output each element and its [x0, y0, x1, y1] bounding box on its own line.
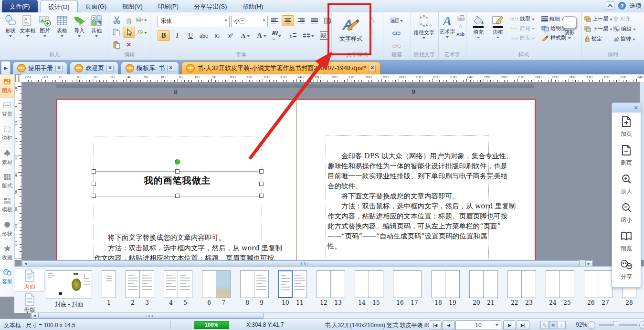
line-spacing-button[interactable]: ⇕ [286, 30, 299, 41]
replace-image-button[interactable] [135, 14, 148, 25]
arrow-head-button[interactable]: 箭头 [510, 34, 535, 41]
tab-close-icon[interactable]: × [369, 65, 376, 72]
thumbnail-page-2[interactable] [126, 270, 140, 298]
zoom-in-button[interactable]: + [639, 321, 644, 329]
thumbnail-cover[interactable] [46, 270, 92, 299]
thumbnail-page-13[interactable] [331, 270, 345, 298]
import-button[interactable]: 导入 [71, 12, 88, 37]
thumbnail-page-14[interactable] [355, 270, 369, 298]
thumbnail-page-4[interactable] [164, 270, 178, 298]
border-button[interactable]: 边框 [489, 13, 507, 39]
bold-button[interactable]: B [158, 30, 170, 41]
textbox-button[interactable]: A 文本框 [19, 12, 36, 37]
thumbnail-page-23[interactable] [522, 270, 536, 298]
last-page-button[interactable]: ▶| [517, 320, 529, 330]
thumbnail-page-7[interactable] [216, 270, 231, 298]
thumbnail-page-17[interactable] [407, 270, 422, 298]
strikethrough-button[interactable]: abe [198, 30, 210, 41]
sidebar-item-gallery[interactable]: 图库 [0, 74, 14, 98]
rotation-handle[interactable] [175, 159, 180, 165]
fill-button[interactable]: 填充 [469, 13, 487, 39]
tab-close-icon[interactable]: × [55, 65, 63, 72]
columns-button[interactable] [301, 30, 316, 41]
align-right-button[interactable] [295, 15, 307, 26]
thumbnail-page-12[interactable] [317, 270, 331, 298]
thumbnail-page-5[interactable] [178, 270, 192, 298]
sidebar-item-background[interactable]: 背景 [0, 98, 14, 122]
align-justify-button[interactable] [308, 15, 321, 26]
underline-button[interactable]: U [184, 30, 197, 41]
menu-item-file[interactable]: 文件(F) [2, 0, 38, 12]
text-wrap-button[interactable] [388, 15, 405, 26]
resize-handle[interactable] [92, 169, 96, 174]
thumbnail-page-19[interactable] [445, 270, 460, 298]
tab-close-icon[interactable]: × [167, 65, 174, 72]
resize-handle[interactable] [175, 194, 179, 198]
tab-master[interactable]: 母版 [15, 292, 44, 315]
thumbnail-page-1[interactable] [102, 270, 116, 298]
rotate-button[interactable]: 旋转 [613, 35, 636, 42]
zoom-out-button[interactable]: 缩小 [612, 198, 641, 227]
char-spacing-button[interactable]: AV↔ [268, 30, 285, 41]
unlink-frames-button[interactable] [391, 41, 403, 52]
thumbnail-page-6[interactable] [202, 270, 216, 298]
path-text-button[interactable]: abcabc 路径文字 [412, 12, 436, 39]
thumbnail-page-21[interactable] [484, 270, 498, 298]
copy-button[interactable] [110, 27, 123, 38]
send-backward-button[interactable]: 下一层 [584, 25, 612, 32]
share-button[interactable]: 分享 [612, 256, 641, 284]
thumb-scroll-thumb[interactable] [38, 313, 264, 319]
sidebar-item-shape[interactable]: 形状 [0, 217, 14, 241]
align-objects-button[interactable]: 对齐 [613, 15, 636, 22]
zoom-in-button[interactable]: 放大 [612, 170, 641, 198]
document-tab-2[interactable]: DPS欢迎页× [70, 62, 118, 74]
arrow-tail-button[interactable]: 箭尾 [510, 25, 535, 32]
link-frames-button[interactable] [391, 28, 403, 39]
resize-handle[interactable] [259, 169, 264, 174]
other-button[interactable]: 5 其他 [88, 12, 105, 37]
resize-handle[interactable] [175, 169, 179, 174]
pan-hand-button[interactable] [123, 14, 135, 25]
thumbnail-page-18[interactable] [431, 270, 445, 298]
thumbnail-page-15[interactable] [369, 270, 383, 298]
font-family-select[interactable]: 宋体 [158, 16, 230, 27]
previous-page-button[interactable]: ◀ [442, 320, 455, 330]
thumb-scroll-left-button[interactable]: ◀ [31, 313, 38, 319]
help-icon[interactable]: ? [618, 2, 626, 10]
wordart-abc-icon[interactable]: ABC [457, 15, 465, 21]
sidebar-item-frame[interactable]: 边框 [0, 122, 14, 146]
sidebar-item-favorite[interactable]: 收藏 [0, 241, 14, 265]
thumbnail-page-20[interactable] [469, 270, 484, 298]
fit-page-icon[interactable]: ▤ [549, 321, 557, 329]
sidebar-item-material[interactable]: 素材 [0, 146, 14, 170]
preview-button[interactable]: 预览 [612, 227, 641, 256]
resize-handle[interactable] [259, 194, 264, 198]
image-button[interactable]: 图片 [36, 12, 53, 37]
wordart-style-icon[interactable]: A [458, 23, 463, 30]
tab-close-icon[interactable]: × [106, 65, 114, 72]
sidebar-item-template[interactable]: 模板 [0, 194, 14, 217]
char-background-button[interactable]: A [254, 30, 269, 41]
next-page-button[interactable]: ▶ [503, 320, 516, 330]
italic-button[interactable]: I [171, 30, 183, 41]
document-tab-4[interactable]: DPS书-大32开软皮平装-小说文学著作丛书封面200107-1948.dpsf… [181, 62, 380, 74]
select-cursor-button[interactable] [123, 27, 135, 38]
menu-item-page[interactable]: 页面(G) [78, 0, 115, 12]
thumbnail-page-22[interactable] [507, 270, 522, 298]
wordart-ab-icon[interactable]: Abb [456, 32, 465, 37]
resize-handle[interactable] [92, 194, 96, 198]
menu-item-share-export[interactable]: 分享导出(S) [186, 0, 234, 12]
thumbnail-page-8[interactable] [240, 270, 254, 298]
menu-item-print[interactable]: 印刷(P) [150, 0, 186, 12]
line-type-button[interactable]: 线型 [510, 15, 535, 22]
first-page-button[interactable]: |◀ [429, 320, 442, 330]
thumbnail-page-25[interactable] [560, 270, 574, 298]
thumbnails-scrollbar[interactable]: ◀ [31, 312, 644, 319]
page-minus-button[interactable]: 删页 [612, 141, 641, 170]
thumbnail-page-26[interactable] [584, 270, 598, 298]
node-edit-button[interactable] [135, 27, 148, 38]
menu-item-view[interactable]: 视图(V) [114, 0, 150, 12]
lock-button[interactable]: 锁定 [584, 35, 612, 42]
document-tab-3[interactable]: DPS模板库: 书× [121, 62, 179, 74]
shapes-button[interactable]: 形状 [2, 12, 19, 37]
